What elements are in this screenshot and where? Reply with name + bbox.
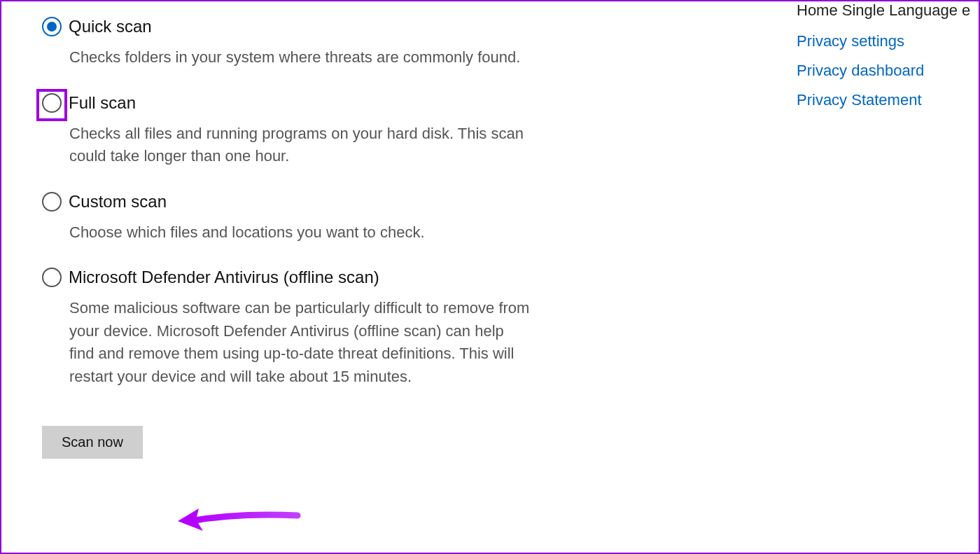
option-custom-scan: Custom scan Choose which files and locat… [42,192,546,244]
option-description: Checks folders in your system where thre… [69,46,531,69]
arrow-annotation-icon [175,500,301,542]
link-privacy-dashboard[interactable]: Privacy dashboard [797,62,979,80]
link-privacy-settings[interactable]: Privacy settings [797,32,979,50]
option-label[interactable]: Full scan [69,93,136,113]
radio-quick-scan[interactable] [42,17,62,36]
option-label[interactable]: Microsoft Defender Antivirus (offline sc… [69,268,379,287]
option-full-scan: Full scan Checks all files and running p… [42,93,546,168]
radio-offline-scan[interactable] [42,268,62,287]
scan-options-list: Quick scan Checks folders in your system… [42,17,546,459]
option-description: Checks all files and running programs on… [69,123,531,168]
sidebar-title: Home Single Language e [797,1,979,20]
option-label[interactable]: Custom scan [69,192,167,212]
option-label[interactable]: Quick scan [69,17,152,36]
scan-now-button[interactable]: Scan now [42,426,143,459]
option-description: Choose which files and locations you wan… [69,221,531,244]
sidebar: Home Single Language e Privacy settings … [797,1,979,120]
option-description: Some malicious software can be particula… [69,297,531,388]
radio-full-scan[interactable] [42,93,62,113]
option-quick-scan: Quick scan Checks folders in your system… [42,17,546,69]
option-offline-scan: Microsoft Defender Antivirus (offline sc… [42,268,546,388]
radio-custom-scan[interactable] [42,192,62,212]
link-privacy-statement[interactable]: Privacy Statement [797,91,979,109]
